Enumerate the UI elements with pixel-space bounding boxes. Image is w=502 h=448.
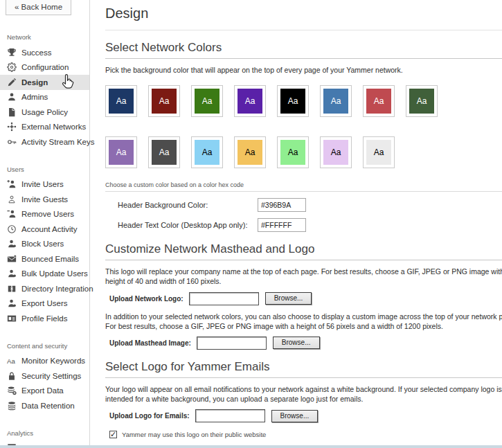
swatch-color: Aa [152, 89, 177, 114]
swatch-label: Aa [288, 147, 298, 157]
envelope-icon [7, 254, 17, 264]
swatch-label: Aa [116, 96, 127, 106]
color-swatch[interactable]: Aa [105, 136, 137, 168]
person-minus-icon [7, 209, 17, 219]
email-logo-browse-button[interactable]: Browse... [271, 410, 319, 422]
sidebar-item-label: Success [21, 48, 51, 57]
color-swatch[interactable]: Aa [191, 136, 223, 168]
page-title: Design [105, 6, 502, 21]
swatch-label: Aa [374, 96, 384, 106]
consent-label: Yammer may use this logo on their public… [122, 431, 266, 438]
gear-icon [7, 62, 17, 72]
sidebar-item-data-retention[interactable]: Data Retention [0, 398, 89, 413]
sidebar-item-label: Block Users [21, 240, 64, 248]
swatch-color: Aa [195, 89, 219, 114]
sidebar-item-activity-stream-keys[interactable]: Activity Stream Keys [0, 134, 89, 150]
header-text-color-input[interactable] [258, 218, 306, 232]
document-icon [7, 107, 17, 117]
sidebar-item-label: Security Settings [21, 372, 81, 380]
email-logo-file-input[interactable] [195, 409, 265, 422]
person-badge-icon [7, 239, 17, 249]
color-swatch[interactable]: Aa [406, 85, 438, 117]
sidebar-item-label: Activity Stream Keys [21, 138, 94, 146]
masthead-image-file-input[interactable] [197, 337, 267, 350]
color-swatch[interactable]: Aa [234, 136, 266, 168]
swatch-label: Aa [245, 96, 256, 106]
swatch-label: Aa [288, 96, 298, 106]
color-swatch[interactable]: Aa [277, 85, 309, 117]
color-swatch[interactable]: Aa [105, 85, 137, 117]
nav-section-label-content-security: Content and security [7, 342, 89, 350]
sidebar-item-label: Account Activity [21, 225, 78, 233]
yammer-logo-consent-checkbox[interactable]: ✓ [109, 431, 117, 438]
section-heading-network-colors: Select Network Colors [105, 41, 502, 59]
sidebar-item-export-data[interactable]: Export Data [0, 384, 89, 399]
sidebar-item-success[interactable]: Success [0, 45, 89, 60]
network-logo-description: This logo will replace your company name… [105, 267, 502, 286]
sidebar-item-security-settings[interactable]: Security Settings [0, 368, 89, 384]
sidebar-item-block-users[interactable]: Block Users [0, 237, 89, 252]
swatch-color: Aa [237, 140, 262, 165]
sidebar-item-export-users[interactable]: Export Users [0, 296, 89, 312]
key-icon [7, 137, 17, 147]
swatch-label: Aa [331, 147, 341, 157]
nav-section-label-analytics: Analytics [7, 429, 89, 437]
color-swatch[interactable]: Aa [320, 85, 352, 117]
id-card-icon [7, 314, 17, 323]
sidebar-item-invite-users[interactable]: Invite Users [0, 177, 89, 192]
sidebar-item-admins[interactable]: Admins [0, 90, 89, 105]
email-logo-description: Your logo will appear on all email notif… [105, 384, 502, 404]
header-background-color-row: Header Background Color: [118, 198, 502, 212]
sidebar-item-usage-policy[interactable]: Usage Policy [0, 105, 89, 120]
main-content: Design Select Network Colors Pick the ba… [90, 0, 502, 448]
nav-section-label-users: Users [7, 165, 89, 173]
keywords-icon [7, 356, 17, 366]
database-icon [7, 401, 17, 411]
network-logo-file-input[interactable] [189, 292, 259, 305]
sidebar-item-invite-guests[interactable]: Invite Guests [0, 192, 89, 207]
sidebar-item-remove-users[interactable]: Remove Users [0, 207, 89, 222]
header-background-color-input[interactable] [258, 198, 306, 212]
sidebar-item-monitor-keywords[interactable]: Monitor Keywords [0, 354, 89, 369]
masthead-image-browse-button[interactable]: Browse... [273, 337, 320, 349]
swatch-color: Aa [366, 140, 391, 165]
network-logo-browse-button[interactable]: Browse... [265, 292, 312, 305]
color-swatch[interactable]: Aa [363, 136, 395, 168]
header-text-color-label: Header Text Color (Desktop App only): [118, 221, 258, 229]
sidebar-item-account-activity[interactable]: Account Activity [0, 222, 89, 237]
sidebar-item-label: Directory Integration [21, 285, 93, 293]
sidebar-item-bounced-emails[interactable]: Bounced Emails [0, 251, 89, 267]
swatch-label: Aa [331, 96, 341, 106]
color-swatch[interactable]: Aa [191, 85, 223, 117]
sidebar-item-external-networks[interactable]: External Networks [0, 120, 89, 135]
color-swatch[interactable]: Aa [320, 136, 352, 168]
sidebar-item-profile-fields[interactable]: Profile Fields [0, 311, 89, 326]
network-logo-upload-row: Upload Network Logo: Browse... [109, 292, 502, 305]
sidebar-item-directory-integration[interactable]: Directory Integration [0, 281, 89, 296]
sidebar-item-configuration[interactable]: Configuration [0, 60, 89, 75]
swatch-color: Aa [323, 89, 348, 114]
color-swatch[interactable]: Aa [363, 85, 395, 117]
clock-icon [7, 224, 17, 234]
color-swatch[interactable]: Aa [148, 136, 180, 168]
sidebar-item-label: Remove Users [21, 210, 74, 218]
color-swatch[interactable]: Aa [234, 85, 266, 117]
swatch-label: Aa [159, 96, 170, 106]
sidebar-item-bulk-update-users[interactable]: Bulk Update Users [0, 267, 89, 282]
lock-icon [7, 371, 17, 381]
sidebar-item-label: Bulk Update Users [21, 269, 88, 278]
network-logo-upload-label: Upload Network Logo: [109, 295, 183, 303]
sidebar-item-label: Admins [21, 93, 48, 101]
swatch-color: Aa [366, 89, 391, 114]
back-home-button[interactable]: « Back Home [6, 0, 71, 15]
color-swatch[interactable]: Aa [277, 136, 309, 168]
masthead-image-description: In addition to your selected network col… [105, 312, 502, 331]
swatch-color: Aa [280, 140, 305, 165]
swatch-color: Aa [323, 140, 348, 165]
pencil-icon [7, 78, 17, 87]
person-badge-icon [7, 298, 17, 308]
checkmark-icon: ✓ [110, 431, 116, 438]
sidebar-item-label: Usage Policy [21, 108, 68, 116]
color-swatch[interactable]: Aa [148, 85, 180, 117]
sidebar-item-design[interactable]: Design [0, 75, 89, 90]
